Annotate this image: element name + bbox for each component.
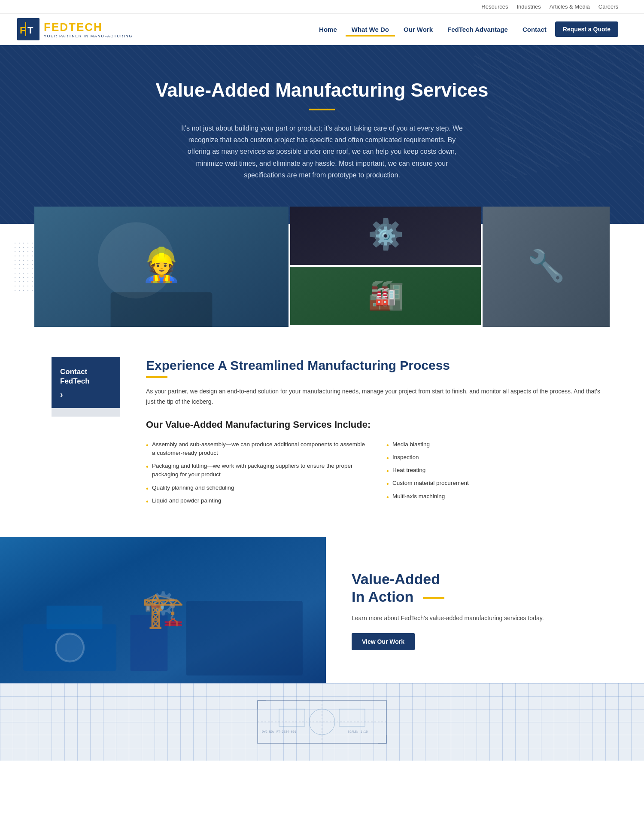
section-title: Experience A Streamlined Manufacturing P… (146, 357, 610, 374)
nav-fedtech-advantage[interactable]: FedTech Advantage (441, 22, 514, 37)
svg-text:⚙️: ⚙️ (368, 217, 404, 252)
bottom-description: Learn more about FedTech's value-added m… (352, 613, 618, 623)
contact-box-shadow (52, 408, 120, 417)
hero-title: Value-Added Manufacturing Services (69, 79, 575, 101)
svg-text:SCALE: 1:10: SCALE: 1:10 (348, 730, 368, 734)
services-list-left: Assembly and sub-assembly—we can produce… (146, 438, 369, 508)
svg-text:T: T (27, 25, 33, 36)
logo-name: FEDTECH (44, 21, 133, 34)
svg-text:🏭: 🏭 (368, 277, 404, 312)
services-heading: Our Value-Added Manufacturing Services I… (146, 419, 610, 430)
service-item: Media blasting (386, 438, 610, 451)
svg-rect-25 (279, 709, 305, 726)
contact-label: Contact FedTech (60, 367, 112, 386)
top-bar: Resources Industries Articles & Media Ca… (0, 0, 644, 14)
services-grid: Assembly and sub-assembly—we can produce… (146, 438, 610, 508)
main-nav: Home What We Do Our Work FedTech Advanta… (313, 21, 618, 37)
topbar-careers[interactable]: Careers (598, 3, 618, 10)
service-item: Multi-axis machining (386, 490, 610, 503)
svg-text:DWG NO: FT-2024-001: DWG NO: FT-2024-001 (262, 730, 296, 734)
photo-top-right: ⚙️ (290, 207, 481, 265)
photo-grid-right: ⚙️ 🏭 (290, 207, 481, 327)
bottom-title: Value-Added In Action (352, 570, 618, 606)
photo-far-right: 🔧 (483, 207, 610, 327)
hero-section: Value-Added Manufacturing Services It's … (0, 45, 644, 224)
hero-description: It's not just about building your part o… (176, 122, 468, 181)
svg-rect-17 (131, 615, 168, 671)
service-item: Quality planning and scheduling (146, 481, 369, 494)
svg-rect-8 (290, 207, 481, 265)
logo-text: FEDTECH Your Partner In Manufacturing (44, 21, 133, 38)
blueprint-drawing: DWG NO: FT-2024-001 SCALE: 1:10 (253, 696, 391, 748)
svg-point-5 (98, 222, 174, 298)
svg-rect-16 (46, 606, 102, 629)
services-list-right: Media blasting Inspection Heat treating … (386, 438, 610, 508)
service-item: Heat treating (386, 464, 610, 477)
main-content: Experience A Streamlined Manufacturing P… (146, 357, 610, 507)
blueprint-section: DWG NO: FT-2024-001 SCALE: 1:10 (0, 683, 644, 761)
svg-text:👷: 👷 (141, 245, 182, 285)
nav-contact[interactable]: Contact (516, 22, 553, 37)
svg-rect-26 (339, 709, 365, 726)
svg-rect-6 (111, 292, 213, 327)
service-item: Custom material procurement (386, 477, 610, 490)
photo-grid: 👷 ⚙️ (34, 207, 610, 327)
nav-home[interactable]: Home (313, 22, 343, 37)
request-quote-button[interactable]: Request a Quote (555, 21, 618, 37)
contact-box[interactable]: Contact FedTech › (52, 357, 120, 408)
photo-main-container: 👷 (34, 207, 289, 327)
logo-icon: F T (17, 18, 39, 40)
logo-tagline: Your Partner In Manufacturing (44, 34, 133, 38)
service-item: Inspection (386, 451, 610, 464)
topbar-industries[interactable]: Industries (516, 3, 541, 10)
svg-text:⚙: ⚙ (149, 585, 178, 622)
service-item: Packaging and kitting—we work with packa… (146, 460, 369, 481)
logo[interactable]: F T FEDTECH Your Partner In Manufacturin… (17, 18, 133, 40)
topbar-articles[interactable]: Articles & Media (550, 3, 590, 10)
svg-point-18 (56, 633, 84, 661)
bottom-text: Value-Added In Action Learn more about F… (326, 537, 644, 683)
photo-bottom-right: 🏭 (290, 267, 481, 325)
svg-text:F: F (20, 25, 25, 36)
contact-arrow-icon: › (60, 390, 112, 399)
nav-our-work[interactable]: Our Work (398, 22, 439, 37)
topbar-resources[interactable]: Resources (481, 3, 508, 10)
photo-main: 👷 (34, 207, 289, 327)
site-header: F T FEDTECH Your Partner In Manufacturin… (0, 14, 644, 45)
bottom-section: ⚙ Value-Added In Action Learn more about… (0, 537, 644, 683)
svg-rect-10 (290, 267, 481, 325)
svg-text:🔧: 🔧 (527, 248, 565, 284)
title-yellow-bar (146, 376, 167, 378)
bottom-image: ⚙ (0, 537, 326, 683)
hero-divider (309, 109, 335, 110)
nav-what-we-do[interactable]: What We Do (346, 22, 395, 37)
svg-rect-19 (186, 601, 303, 675)
content-section: Contact FedTech › Experience A Streamlin… (0, 327, 644, 537)
view-our-work-button[interactable]: View Our Work (352, 633, 415, 650)
service-item: Liquid and powder painting (146, 494, 369, 507)
service-item: Assembly and sub-assembly—we can produce… (146, 438, 369, 460)
sidebar: Contact FedTech › (52, 357, 120, 507)
section-description: As your partner, we design an end-to-end… (146, 387, 610, 407)
